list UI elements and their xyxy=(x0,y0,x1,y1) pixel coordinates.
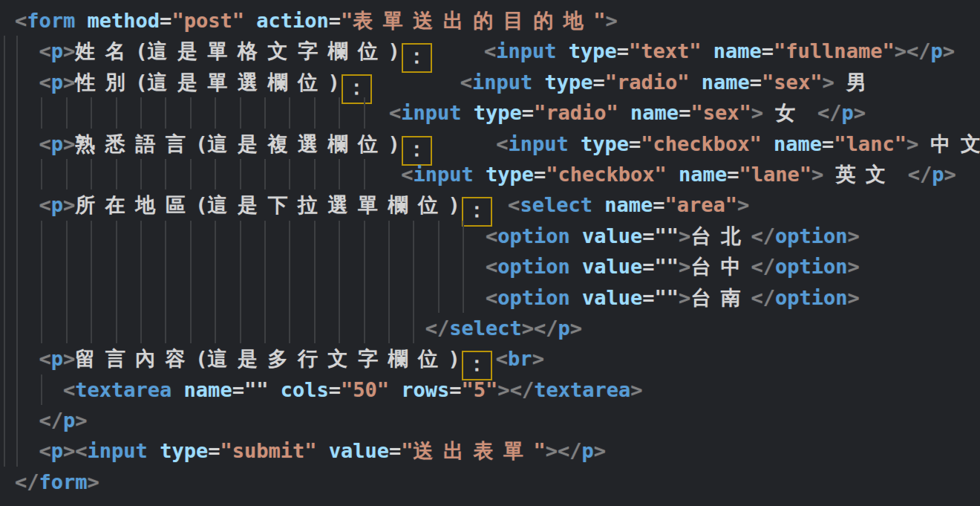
indent-guide xyxy=(314,97,316,128)
code-token xyxy=(15,347,39,370)
code-token: </ xyxy=(908,163,932,186)
code-token xyxy=(148,439,160,462)
indent-guide xyxy=(165,159,166,189)
code-token: "text" xyxy=(629,39,702,62)
indent-guide xyxy=(41,97,42,128)
code-line[interactable]: <option value="">台北</option> xyxy=(0,221,980,251)
indent-guide xyxy=(165,251,166,282)
indent-guide xyxy=(364,251,365,282)
indent-guide xyxy=(339,221,340,251)
code-line[interactable]: </p> xyxy=(0,405,980,435)
code-token xyxy=(15,163,401,186)
code-line[interactable]: <p>熟悉語言(這是複選欄位)： <input type="checkbox" … xyxy=(0,129,980,159)
code-token: p xyxy=(932,163,944,186)
indent-guide xyxy=(140,221,142,251)
code-line[interactable]: <textarea name="" cols="50" rows="5"></t… xyxy=(0,374,980,405)
indent-guide xyxy=(66,97,68,128)
code-line[interactable]: <form method="post" action="表單送出的目的地"> xyxy=(0,5,980,36)
code-line[interactable]: <p>姓名(這是單格文字欄位)： <input type="text" name… xyxy=(0,36,980,66)
code-token: p xyxy=(63,409,75,432)
code-token: < xyxy=(39,347,51,370)
code-token: name xyxy=(774,132,822,155)
code-token: p xyxy=(841,101,853,124)
code-line[interactable]: <p><input type="submit" value="送出表單"></p… xyxy=(0,435,980,466)
indent-guide xyxy=(16,97,18,128)
code-token: select xyxy=(520,193,592,216)
code-token xyxy=(436,132,496,155)
cjk-text: 這是多行文字欄位 xyxy=(208,347,448,370)
editor-edge-line xyxy=(4,374,5,405)
code-token xyxy=(376,71,460,94)
indent-guide xyxy=(413,313,414,343)
code-token xyxy=(268,378,280,401)
indent-guide xyxy=(16,129,18,159)
code-token xyxy=(15,71,39,94)
code-line[interactable]: <p>性別(這是單選欄位)： <input type="radio" name=… xyxy=(0,67,980,97)
indent-guide xyxy=(215,221,216,251)
code-token: type xyxy=(486,163,534,186)
indent-guide xyxy=(41,221,42,251)
code-token: 熟悉語言(這是複選欄位) xyxy=(75,132,400,155)
code-line[interactable]: </select></p> xyxy=(0,313,980,343)
code-token: name xyxy=(630,101,679,124)
code-token: option xyxy=(497,255,570,278)
code-token xyxy=(15,224,486,247)
code-token: option xyxy=(775,255,848,278)
indent-guide xyxy=(314,251,316,282)
code-token: "" xyxy=(655,286,679,309)
indent-guide xyxy=(66,251,68,282)
code-token xyxy=(474,163,486,186)
editor-edge-line xyxy=(4,282,5,313)
code-line[interactable]: </form> xyxy=(0,467,980,497)
code-token xyxy=(570,255,582,278)
indent-guide xyxy=(314,313,316,343)
code-token: 女 xyxy=(763,101,817,124)
code-line[interactable]: <input type="checkbox" name="lane"> 英文 <… xyxy=(0,159,980,189)
indent-guide xyxy=(388,313,390,343)
code-line[interactable]: <p>所在地區(這是下拉選單欄位)： <select name="area"> xyxy=(0,189,980,220)
editor-edge-line xyxy=(4,251,5,282)
code-token: name xyxy=(604,193,653,216)
code-token: input xyxy=(472,71,532,94)
indent-guide xyxy=(463,282,464,313)
code-token xyxy=(15,132,39,155)
code-token xyxy=(570,286,582,309)
indent-guide xyxy=(438,251,440,282)
code-token: < xyxy=(39,132,51,155)
code-token xyxy=(436,39,484,62)
code-token: > xyxy=(944,163,956,186)
code-token: > xyxy=(522,317,534,340)
code-token: input xyxy=(401,101,461,124)
code-line[interactable]: <option value="">台南</option> xyxy=(0,282,980,313)
indent-guide xyxy=(339,159,340,189)
code-token: < xyxy=(15,9,27,32)
code-token: = xyxy=(449,378,461,401)
code-token: = xyxy=(642,224,654,247)
indent-guide xyxy=(190,251,192,282)
indent-guide xyxy=(66,159,68,189)
code-token: = xyxy=(617,39,629,62)
indent-guide xyxy=(116,97,117,128)
code-token: rows xyxy=(401,378,449,401)
indent-guide xyxy=(289,221,290,251)
code-token: p xyxy=(51,39,63,62)
code-line[interactable]: <option value="">台中</option> xyxy=(0,251,980,282)
code-token xyxy=(569,132,581,155)
code-token: 台北 xyxy=(690,224,751,247)
code-token: input xyxy=(88,439,148,462)
code-token: > xyxy=(546,439,558,462)
code-token: 台南 xyxy=(690,286,751,309)
code-token: p xyxy=(51,132,63,155)
indent-guide xyxy=(240,282,241,313)
indent-guide xyxy=(91,97,92,128)
code-token: "sex" xyxy=(690,101,751,124)
editor-edge-line xyxy=(4,129,5,159)
code-token xyxy=(15,39,39,62)
code-token: "checkbox" xyxy=(641,132,762,155)
cjk-text: 中文 xyxy=(930,132,980,155)
cjk-text: 台南 xyxy=(690,286,751,309)
code-line[interactable]: <input type="radio" name="sex"> 女 </p> xyxy=(0,97,980,128)
code-token xyxy=(690,71,702,94)
code-editor[interactable]: <form method="post" action="表單送出的目的地"> <… xyxy=(0,0,980,506)
code-line[interactable]: <p>留言內容(這是多行文字欄位)：<br> xyxy=(0,343,980,374)
